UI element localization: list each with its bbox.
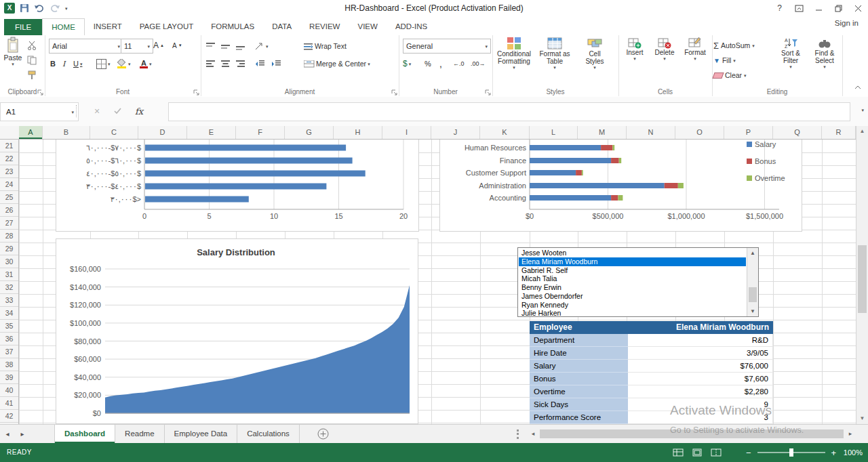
ribbon-tab-data[interactable]: DATA — [263, 18, 300, 35]
decrease-indent-button[interactable] — [255, 57, 264, 70]
align-bottom-button[interactable] — [236, 39, 245, 53]
bold-button[interactable]: B — [50, 57, 60, 70]
row-header-39[interactable]: 39 — [0, 371, 18, 384]
column-header-R[interactable]: R — [822, 126, 856, 139]
scroll-right-arrow[interactable]: ▸ — [845, 428, 856, 440]
zoom-in-button[interactable]: + — [831, 448, 837, 458]
alignment-dialog-launcher[interactable] — [391, 88, 397, 95]
row-header-27[interactable]: 27 — [0, 217, 18, 230]
column-header-O[interactable]: O — [675, 126, 724, 139]
column-header-J[interactable]: J — [431, 126, 480, 139]
column-header-L[interactable]: L — [530, 126, 578, 139]
name-box-splitter[interactable] — [76, 105, 77, 117]
row-header-21[interactable]: 21 — [0, 140, 18, 152]
employee-list-item[interactable]: Micah Talia — [519, 274, 746, 283]
format-cells-button[interactable]: Format▾ — [681, 37, 709, 87]
row-header-32[interactable]: 32 — [0, 281, 18, 294]
employee-list-item[interactable]: Gabriel R. Self — [519, 266, 746, 275]
vertical-scrollbar[interactable]: ▲ ▼ — [856, 126, 868, 424]
cut-button[interactable] — [27, 39, 37, 52]
zoom-slider[interactable] — [757, 452, 825, 453]
listbox-scrollbar[interactable]: ▲ ▼ — [747, 248, 758, 316]
column-header-H[interactable]: H — [334, 126, 382, 139]
new-sheet-button[interactable] — [317, 428, 329, 443]
column-header-B[interactable]: B — [43, 126, 90, 139]
borders-button[interactable]: ▾ — [96, 57, 111, 70]
ribbon-tab-review[interactable]: REVIEW — [300, 18, 349, 35]
row-header-28[interactable]: 28 — [0, 230, 18, 243]
decrease-decimal-button[interactable]: .00→ — [471, 57, 486, 70]
row-header-30[interactable]: 30 — [0, 255, 18, 268]
page-break-view-button[interactable] — [711, 448, 722, 457]
vertical-scroll-thumb[interactable] — [858, 245, 867, 313]
column-header-Q[interactable]: Q — [773, 126, 822, 139]
row-header-29[interactable]: 29 — [0, 243, 18, 255]
find-select-button[interactable]: Find & Select▾ — [808, 37, 841, 87]
insert-function-button[interactable]: fx — [130, 102, 148, 120]
cancel-button[interactable]: × — [88, 102, 106, 120]
employee-list-item[interactable]: Ryan Kennedy — [519, 301, 746, 310]
column-header-G[interactable]: G — [285, 126, 334, 139]
zoom-percent[interactable]: 100% — [844, 443, 863, 462]
column-header-M[interactable]: M — [578, 126, 627, 139]
sheet-tab-readme[interactable]: Readme — [115, 425, 164, 443]
orientation-button[interactable]: ▾ — [255, 39, 269, 53]
row-header-33[interactable]: 33 — [0, 294, 18, 307]
row-header-36[interactable]: 36 — [0, 333, 18, 345]
percent-style-button[interactable]: % — [425, 57, 435, 70]
format-painter-button[interactable] — [27, 68, 37, 82]
listbox-scroll-up-arrow[interactable]: ▲ — [747, 248, 758, 258]
decrease-font-size-button[interactable]: A▼ — [172, 39, 182, 52]
number-dialog-launcher[interactable] — [484, 88, 491, 95]
scroll-down-arrow[interactable]: ▼ — [856, 413, 868, 424]
font-dialog-launcher[interactable] — [193, 88, 199, 95]
row-header-25[interactable]: 25 — [0, 191, 18, 204]
row-header-37[interactable]: 37 — [0, 345, 18, 358]
row-header-34[interactable]: 34 — [0, 307, 18, 320]
paste-button[interactable]: Paste ▾ — [1, 37, 24, 85]
ribbon-tab-insert[interactable]: INSERT — [85, 18, 131, 35]
column-header-C[interactable]: C — [90, 126, 138, 139]
sheet-tab-employee-data[interactable]: Employee Data — [165, 425, 238, 443]
increase-indent-button[interactable] — [271, 57, 281, 70]
listbox-scroll-thumb[interactable] — [749, 287, 757, 302]
accounting-format-button[interactable]: $▾ — [403, 57, 411, 70]
sign-in-link[interactable]: Sign in — [835, 19, 859, 27]
name-box-dropdown[interactable]: ▾ — [71, 110, 74, 114]
cell-styles-button[interactable]: Cell Styles▾ — [576, 37, 614, 87]
zoom-slider-thumb[interactable] — [789, 448, 793, 457]
number-format-select[interactable]: General▾ — [403, 39, 491, 54]
formula-bar-expand-button[interactable]: ▾ — [861, 108, 864, 112]
enter-button[interactable] — [108, 102, 126, 120]
employee-list-item[interactable]: Jesse Wooten — [519, 249, 746, 257]
row-header-26[interactable]: 26 — [0, 204, 18, 217]
employee-list-item[interactable]: Julie Harken — [519, 309, 746, 316]
ribbon-tab-page-layout[interactable]: PAGE LAYOUT — [131, 18, 202, 35]
column-header-I[interactable]: I — [382, 126, 431, 139]
employee-list-item[interactable]: James Oberndorfer — [519, 292, 746, 301]
align-left-button[interactable] — [206, 57, 215, 70]
restore-button[interactable] — [829, 0, 848, 16]
file-tab[interactable]: FILE — [4, 19, 42, 35]
employee-list-item[interactable]: Benny Erwin — [519, 283, 746, 292]
employee-list-item[interactable]: Elena Miriam Woodburn — [519, 257, 746, 266]
merge-center-button[interactable]: Merge & Center▾ — [304, 57, 370, 70]
salary-band-chart[interactable]: ٧٠,٠٠٠$-٦٠,٠٠٠$٦٠,٠٠٠$-٥٠,٠٠٠$٥٠,٠٠٠$-٤٠… — [56, 140, 419, 232]
page-layout-view-button[interactable] — [692, 448, 703, 457]
close-button[interactable] — [848, 0, 868, 16]
clipboard-dialog-launcher[interactable] — [37, 88, 43, 95]
copy-button[interactable] — [27, 54, 37, 67]
listbox-scroll-down-arrow[interactable]: ▼ — [747, 306, 758, 316]
fill-button[interactable]: ▼ Fill▾ — [713, 54, 772, 67]
increase-decimal-button[interactable]: ←.0 — [453, 57, 465, 70]
employee-listbox[interactable]: Jesse WootenElena Miriam WoodburnGabriel… — [517, 247, 759, 317]
sheet-tab-calculations[interactable]: Calculations — [237, 425, 300, 443]
row-header-31[interactable]: 31 — [0, 268, 18, 281]
align-right-button[interactable] — [236, 57, 245, 70]
conditional-formatting-button[interactable]: Conditional Formatting▾ — [494, 37, 534, 87]
minimize-button[interactable] — [809, 0, 829, 16]
format-as-table-button[interactable]: Format as Table▾ — [535, 37, 574, 87]
column-header-A[interactable]: A — [19, 126, 43, 139]
paste-dropdown-arrow[interactable]: ▾ — [12, 62, 14, 66]
horizontal-scrollbar[interactable]: ◂ ▸ — [528, 428, 856, 440]
